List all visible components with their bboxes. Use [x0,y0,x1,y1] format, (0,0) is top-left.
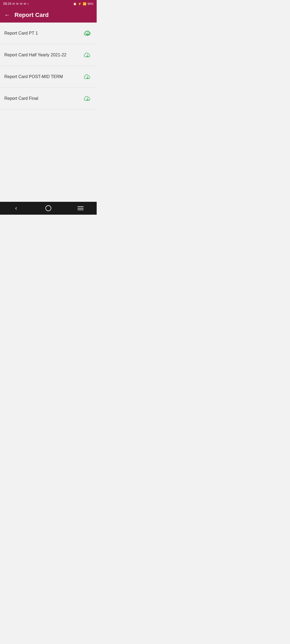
list-item-label: Report Card PT 1 [4,31,38,36]
report-card-list: Report Card PT 1 Report Card Half Yearly… [0,23,97,109]
battery-text: 96% [88,2,93,5]
list-item[interactable]: Report Card Half Yearly 2021-22 [0,44,97,66]
signal-icon: 📶 [83,2,86,6]
list-item[interactable]: Report Card PT 1 [0,23,97,44]
nav-home-button[interactable] [42,202,55,215]
nav-menu-button[interactable] [74,202,87,215]
download-icon[interactable] [83,94,92,103]
status-bar: 08:24 ✉ ✉ ✉ ✉ • ⏰ ⚡ 📶 96% [0,0,97,8]
nav-back-button[interactable]: ‹ [10,202,23,215]
list-item[interactable]: Report Card Final [0,88,97,109]
bluetooth-icon: ⚡ [78,2,82,6]
download-icon[interactable] [83,50,92,60]
download-icon[interactable] [83,72,92,82]
list-item-label: Report Card Half Yearly 2021-22 [4,53,66,57]
app-bar: ← Report Card [0,8,97,23]
list-item-label: Report Card Final [4,96,38,101]
list-item[interactable]: Report Card POST-MID TERM [0,66,97,88]
back-button[interactable]: ← [4,12,10,19]
status-right: ⏰ ⚡ 📶 96% [73,2,93,6]
navigation-bar: ‹ [0,202,97,215]
download-icon[interactable] [83,28,92,38]
notification-icons: ✉ ✉ ✉ ✉ • [12,2,29,6]
alarm-icon: ⏰ [73,2,77,6]
list-item-label: Report Card POST-MID TERM [4,74,63,79]
status-left: 08:24 ✉ ✉ ✉ ✉ • [3,2,29,6]
svg-point-4 [46,206,51,211]
page-title: Report Card [15,12,49,19]
status-time: 08:24 [3,2,11,6]
